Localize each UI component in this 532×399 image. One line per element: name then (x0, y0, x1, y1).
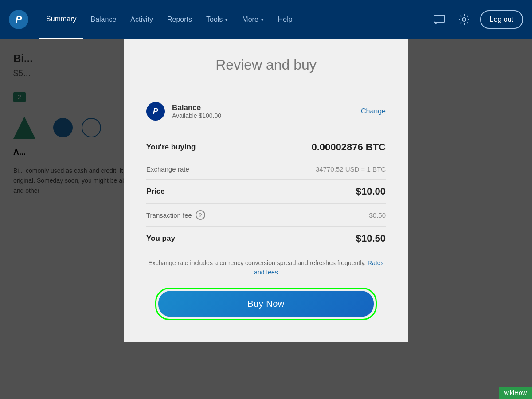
buy-now-button[interactable]: Buy Now (158, 291, 374, 317)
navbar-right: Log out (430, 10, 523, 29)
payment-label: Balance (172, 103, 361, 112)
tools-chevron-icon: ▾ (225, 17, 228, 23)
you-pay-row: You pay $10.50 (146, 227, 386, 250)
paypal-circle-icon: P (146, 102, 165, 121)
transaction-fee-value: $0.50 (369, 211, 386, 219)
you-pay-value: $10.50 (356, 233, 386, 244)
exchange-rate-label: Exchange rate (146, 165, 189, 173)
review-modal: Review and buy P Balance Available $100.… (124, 39, 408, 342)
exchange-rate-row: Exchange rate 34770.52 USD = 1 BTC (146, 159, 386, 179)
you-buying-label: You're buying (146, 143, 196, 152)
nav-help[interactable]: Help (271, 0, 300, 39)
svg-rect-0 (434, 15, 445, 22)
nav-more[interactable]: More ▾ (235, 0, 270, 39)
paypal-logo-letter: P (16, 14, 22, 25)
nav-activity[interactable]: Activity (123, 0, 160, 39)
price-row: Price $10.00 (146, 180, 386, 203)
nav-summary[interactable]: Summary (39, 0, 83, 39)
change-link[interactable]: Change (361, 107, 386, 115)
you-buying-value: 0.00002876 BTC (311, 141, 386, 153)
settings-icon[interactable] (455, 11, 473, 28)
nav-tools[interactable]: Tools ▾ (199, 0, 235, 39)
transaction-fee-help-icon[interactable]: ? (196, 210, 205, 220)
nav-links: Summary Balance Activity Reports Tools ▾… (39, 0, 430, 39)
nav-reports[interactable]: Reports (160, 0, 199, 39)
note-static-text: Exchange rate includes a currency conver… (148, 259, 366, 266)
buy-now-wrapper: Buy Now (155, 288, 377, 320)
transaction-fee-label-group: Transaction fee ? (146, 210, 205, 220)
paypal-logo: P (9, 10, 28, 29)
wikihow-badge: wikiHow (499, 387, 532, 399)
nav-balance[interactable]: Balance (83, 0, 123, 39)
navbar: P Summary Balance Activity Reports Tools… (0, 0, 532, 39)
exchange-rate-value: 34770.52 USD = 1 BTC (316, 165, 386, 173)
you-pay-label: You pay (146, 234, 175, 243)
transaction-fee-row: Transaction fee ? $0.50 (146, 204, 386, 226)
price-label: Price (146, 187, 165, 196)
logout-button[interactable]: Log out (480, 10, 523, 29)
more-chevron-icon: ▾ (261, 17, 264, 23)
message-icon[interactable] (430, 11, 448, 28)
exchange-note: Exchange rate includes a currency conver… (146, 258, 386, 277)
you-buying-row: You're buying 0.00002876 BTC (146, 135, 386, 159)
price-value: $10.00 (356, 186, 386, 197)
modal-title-divider (146, 84, 386, 84)
paypal-p-letter: P (153, 107, 158, 116)
payment-method-row: P Balance Available $100.00 Change (146, 95, 386, 128)
payment-available: Available $100.00 (172, 112, 361, 119)
payment-info: Balance Available $100.00 (172, 103, 361, 119)
transaction-fee-label: Transaction fee (146, 211, 192, 219)
svg-point-2 (462, 18, 466, 21)
modal-title: Review and buy (146, 57, 386, 73)
